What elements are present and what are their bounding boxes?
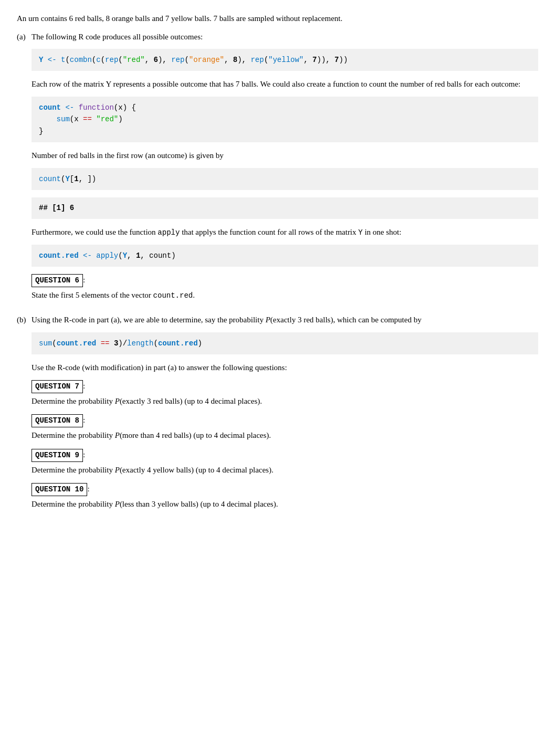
question-7-label-box: QUESTION 7: <box>32 380 538 395</box>
code1-yellow-str: "yellow" <box>268 56 303 64</box>
code1-rep1: rep <box>105 56 118 64</box>
code-block-5: sum(count.red == 3)/length(count.red) <box>32 332 538 354</box>
code1-Y: Y <box>39 56 43 64</box>
part-a-label: (a) <box>17 31 32 43</box>
code2-x: x <box>74 115 78 123</box>
code-block-4: count.red <- apply(Y, 1, count) <box>32 245 538 267</box>
code5-3: 3 <box>114 339 118 348</box>
part-b-P: P <box>266 316 270 324</box>
question-10-block: QUESTION 10: Determine the probability P… <box>32 483 538 510</box>
code-apply-inline: apply <box>158 228 180 237</box>
question-8-text: Determine the probability P(more than 4 … <box>32 429 538 442</box>
code2-sum: sum <box>57 115 70 123</box>
code-block-1: Y <- t(combn(c(rep("red", 6), rep("orang… <box>32 49 538 71</box>
question-10-text: Determine the probability P(less than 3 … <box>32 498 538 510</box>
code5-eq: == <box>101 339 110 348</box>
code1-rep3: rep <box>250 56 264 64</box>
code5-sum: sum <box>39 339 52 348</box>
code-block-3: count(Y[1, ]) <box>32 168 538 190</box>
code1-rep2: rep <box>171 56 184 64</box>
q9-P: P <box>115 466 120 474</box>
part-b-content: Using the R-code in part (a), we are abl… <box>32 314 538 517</box>
part-a-intro: The following R code produces all possib… <box>32 31 538 43</box>
question-8-block: QUESTION 8: Determine the probability P(… <box>32 414 538 442</box>
q7-P: P <box>115 397 120 405</box>
code2-red-str: "red" <box>96 115 118 123</box>
question-10-box: QUESTION 10 <box>32 483 87 496</box>
code1-t: t <box>61 56 65 64</box>
part-a-text3: Furthermore, we could use the function a… <box>32 226 538 238</box>
code1-7: 7 <box>312 56 317 64</box>
question-8-label-box: QUESTION 8: <box>32 414 538 429</box>
output-block-1: ## [1] 6 <box>32 197 538 219</box>
code1-arrow: <- <box>48 56 57 64</box>
question-6-label-box: QUESTION 6: <box>32 274 538 289</box>
code4-countred: count.red <box>39 251 79 260</box>
code4-1: 1 <box>136 251 140 260</box>
question-9-block: QUESTION 9: Determine the probability P(… <box>32 449 538 476</box>
code1-8: 8 <box>233 56 237 64</box>
part-b-use-text: Use the R-code (with modification) in pa… <box>32 362 538 374</box>
code2-function-kw: function <box>79 103 114 112</box>
code1-c: c <box>96 56 100 64</box>
part-b-block: (b) Using the R-code in part (a), we are… <box>17 314 538 517</box>
code3-count: count <box>39 175 61 183</box>
code5-countred: count.red <box>57 339 97 348</box>
question-8-box: QUESTION 8 <box>32 414 83 427</box>
question-9-box: QUESTION 9 <box>32 449 83 462</box>
question-6-box: QUESTION 6 <box>32 274 83 287</box>
question-6-text: State the first 5 elements of the vector… <box>32 289 538 301</box>
part-a-followup: Each row of the matrix Y represents a po… <box>32 78 538 90</box>
code2-eq: == <box>83 115 92 123</box>
intro-text: An urn contains 6 red balls, 8 orange ba… <box>17 13 538 25</box>
question-7-text: Determine the probability P(exactly 3 re… <box>32 395 538 407</box>
question-6-countred: count.red <box>153 291 193 300</box>
part-a-text2: Number of red balls in the first row (an… <box>32 150 538 162</box>
code1-orange-str: "orange" <box>189 56 224 64</box>
code4-arrow: <- <box>83 251 92 260</box>
part-a-block: (a) The following R code produces all po… <box>17 31 538 309</box>
question-6-block: QUESTION 6: State the first 5 elements o… <box>32 274 538 301</box>
code4-count: count <box>149 251 171 260</box>
code3-1: 1 <box>74 175 78 183</box>
code-block-2: count <- function(x) { sum(x == "red") } <box>32 97 538 142</box>
code5-length: length <box>127 339 153 348</box>
code1-combn: combn <box>70 56 92 64</box>
code1-6: 6 <box>154 56 158 64</box>
code5-countred2: count.red <box>158 339 198 348</box>
code1-red-str: "red" <box>123 56 145 64</box>
question-7-block: QUESTION 7: Determine the probability P(… <box>32 380 538 407</box>
question-7-box: QUESTION 7 <box>32 380 83 393</box>
code-Y-inline: Y <box>358 228 362 237</box>
code3-Y: Y <box>65 175 69 183</box>
code4-apply: apply <box>96 251 118 260</box>
question-9-label-box: QUESTION 9: <box>32 449 538 464</box>
part-b-label: (b) <box>17 314 32 326</box>
code2-x-param: x <box>118 103 122 112</box>
part-a-content: The following R code produces all possib… <box>32 31 538 309</box>
code1-7b: 7 <box>334 56 339 64</box>
code4-Y: Y <box>123 251 127 260</box>
question-10-label-box: QUESTION 10: <box>32 483 538 498</box>
q10-P: P <box>115 500 120 508</box>
question-9-text: Determine the probability P(exactly 4 ye… <box>32 464 538 476</box>
q8-P: P <box>115 431 120 439</box>
code2-arrow: <- <box>65 103 74 112</box>
part-b-intro: Using the R-code in part (a), we are abl… <box>32 314 538 326</box>
code2-count-kw: count <box>39 103 61 112</box>
